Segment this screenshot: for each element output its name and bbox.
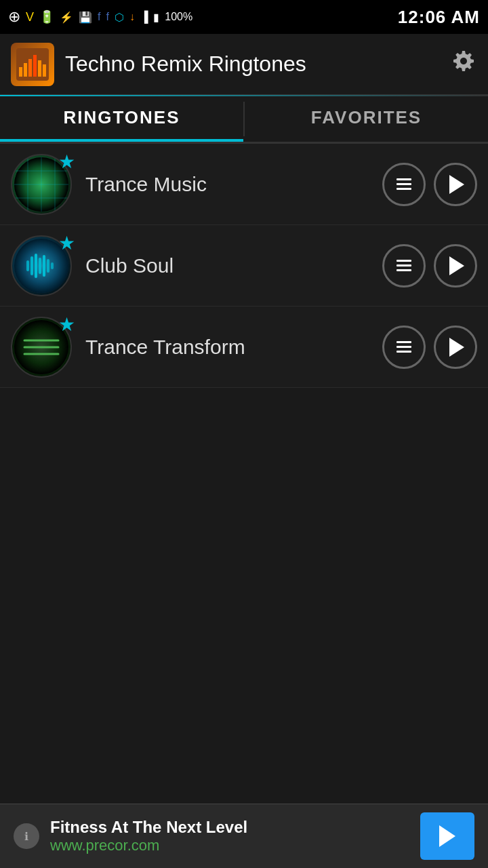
svg-rect-21 [51,262,54,269]
song-title: Club Soul [85,254,382,277]
favorite-star: ★ [58,151,75,173]
svg-rect-4 [33,55,37,77]
menu-icon [396,260,411,271]
play-button[interactable] [434,326,477,369]
song-actions [382,163,477,206]
add-icon: ⊕ [8,8,20,26]
settings-icon[interactable] [450,47,477,81]
song-title: Trance Transform [85,336,382,359]
list-item[interactable]: ★ Trance Transform [0,307,488,388]
empty-area [0,388,488,863]
song-title: Trance Music [85,173,382,196]
status-time: 12:06 AM [398,7,480,28]
ad-text: Fitness At The Next Level www.precor.com [50,818,420,854]
menu-button[interactable] [382,244,426,288]
play-button[interactable] [434,244,477,288]
song-actions [382,326,477,369]
svg-rect-20 [47,259,49,273]
status-bar: ⊕ V 🔋 ⚡ 💾 f f ⬡ ↓ ▐ ▮ 100% 12:06 AM [0,0,488,34]
ad-title: Fitness At The Next Level [50,818,420,837]
menu-button[interactable] [382,326,426,369]
song-actions [382,244,477,288]
fb2-icon: f [106,11,108,23]
app-title: Techno Remix Ringtones [65,52,450,77]
song-thumbnail-wrap: ★ [11,235,72,296]
favorite-star: ★ [58,232,75,254]
status-icons: ⊕ V 🔋 ⚡ 💾 f f ⬡ ↓ ▐ ▮ 100% [8,8,192,26]
arrow-right-icon [439,825,455,847]
play-icon [449,338,464,357]
play-icon [449,175,464,194]
favorite-star: ★ [58,313,75,336]
ad-banner[interactable]: ℹ Fitness At The Next Level www.precor.c… [0,804,488,868]
v-icon: V [26,10,34,24]
usb-icon: ⚡ [60,11,73,24]
menu-icon [396,341,411,353]
svg-rect-16 [30,256,33,275]
ad-arrow-button[interactable] [420,812,474,860]
svg-rect-15 [26,260,29,271]
tab-favorites[interactable]: FAVORITES [245,96,488,142]
battery-icon: 🔋 [39,9,54,24]
svg-rect-1 [19,67,22,77]
menu-button[interactable] [382,163,426,206]
app-header: Techno Remix Ringtones [0,34,488,95]
svg-rect-19 [43,255,45,277]
tab-bar: RINGTONES FAVORITES [0,96,488,144]
sim-icon: 💾 [79,11,92,24]
tab-ringtones[interactable]: RINGTONES [0,96,243,142]
app-icon [11,43,54,86]
ad-info-icon: ℹ [14,823,39,849]
fb-icon: f [98,11,100,23]
ad-url: www.precor.com [50,837,420,854]
battery2-icon: ▮ [153,11,159,24]
play-icon [449,256,464,275]
play-button[interactable] [434,163,477,206]
song-list: ★ Trance Music [0,144,488,388]
list-item[interactable]: ★ Trance Music [0,144,488,225]
svg-rect-6 [43,64,46,77]
svg-rect-3 [28,59,32,77]
svg-rect-17 [35,254,37,278]
song-thumbnail-wrap: ★ [11,317,72,378]
menu-icon [396,178,411,190]
song-thumbnail-wrap: ★ [11,154,72,215]
bluetooth-icon: ⬡ [115,11,124,24]
list-item[interactable]: ★ Club Soul [0,225,488,307]
download-icon: ↓ [129,11,135,23]
svg-rect-5 [38,60,41,77]
battery-pct: 100% [165,11,192,23]
svg-rect-18 [39,258,41,274]
svg-rect-2 [24,63,27,77]
signal-icon: ▐ [140,11,148,23]
